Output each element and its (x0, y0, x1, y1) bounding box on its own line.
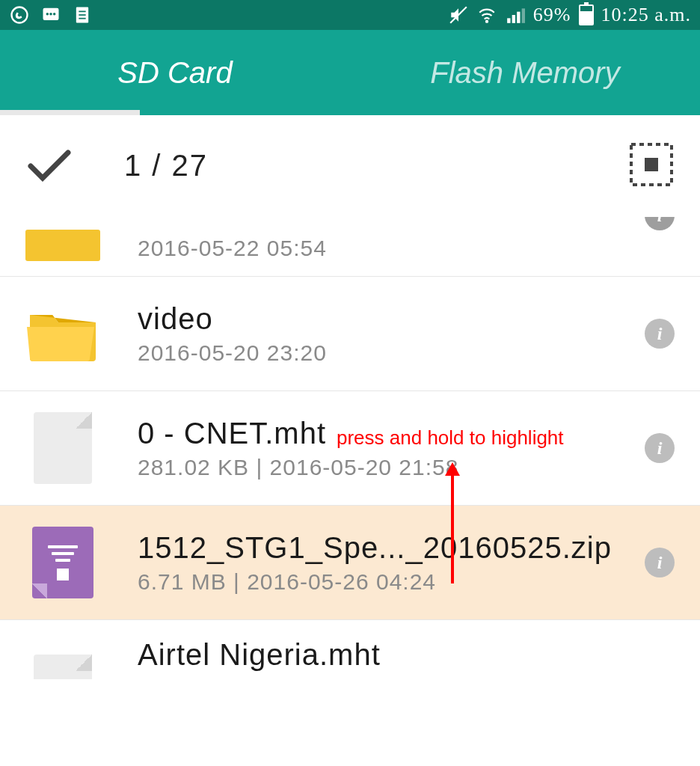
whatsapp-icon (9, 4, 30, 25)
svg-point-0 (12, 7, 28, 23)
storage-tabs: SD Card Flash Memory (0, 30, 700, 115)
selection-count: 1 / 27 (124, 149, 208, 183)
document-icon (25, 640, 100, 679)
info-button[interactable]: i (645, 319, 675, 349)
signal-icon (505, 4, 526, 25)
folder-icon (25, 230, 100, 261)
svg-rect-12 (512, 15, 515, 23)
list-item[interactable]: 1512_STG1_Spe..._20160525.zip 6.71 MB | … (0, 505, 700, 619)
file-name: video (138, 302, 645, 336)
info-button[interactable]: i (645, 433, 675, 463)
info-button[interactable]: i (645, 548, 675, 577)
battery-percent: 69% (533, 4, 571, 26)
tab-sd-card[interactable]: SD Card (0, 30, 350, 115)
svg-point-10 (486, 21, 488, 22)
file-meta: 2016-05-20 23:20 (138, 340, 645, 366)
svg-marker-18 (445, 462, 460, 476)
notes-icon (72, 4, 93, 25)
list-item[interactable]: Airtel Nigeria.mht (0, 619, 700, 679)
svg-rect-11 (507, 18, 510, 23)
annotation-text: press and hold to highlight (337, 426, 564, 450)
status-left-icons (9, 4, 93, 25)
svg-rect-14 (521, 8, 524, 23)
svg-point-4 (53, 13, 56, 16)
battery-icon (579, 4, 594, 25)
selection-header: 1 / 27 (0, 115, 700, 216)
list-item[interactable]: video 2016-05-20 23:20 i (0, 276, 700, 390)
wifi-icon (476, 4, 497, 25)
list-item[interactable]: 2016-05-22 05:54 (0, 216, 700, 276)
svg-rect-16 (645, 158, 658, 171)
document-icon (25, 411, 100, 485)
tab-flash-memory[interactable]: Flash Memory (350, 30, 700, 115)
status-bar: 69% 10:25 a.m. (0, 0, 700, 30)
file-meta: 6.71 MB | 2016-05-26 04:24 (138, 569, 645, 595)
select-all-button[interactable] (628, 141, 675, 191)
file-name: Airtel Nigeria.mht (138, 638, 675, 672)
svg-point-2 (46, 13, 49, 16)
status-right: 69% 10:25 a.m. (448, 4, 691, 26)
annotation-arrow (438, 456, 467, 591)
archive-icon (25, 525, 100, 600)
mute-icon (448, 4, 469, 25)
file-meta: 2016-05-22 05:54 (138, 236, 675, 261)
file-name: 1512_STG1_Spe..._20160525.zip (138, 531, 645, 565)
svg-rect-13 (517, 12, 520, 23)
folder-icon (25, 296, 100, 371)
file-meta: 281.02 KB | 2016-05-20 21:58 (138, 455, 645, 480)
selection-check-icon[interactable] (25, 148, 73, 184)
bbm-icon (40, 4, 61, 25)
status-time: 10:25 a.m. (601, 4, 692, 26)
svg-point-3 (49, 13, 52, 16)
